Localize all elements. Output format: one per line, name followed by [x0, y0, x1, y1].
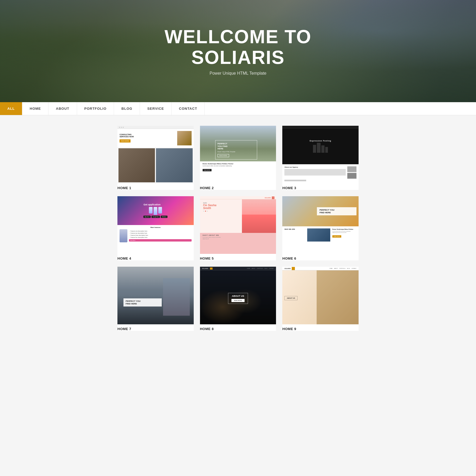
nav-item-blog[interactable]: BLOG [114, 102, 140, 115]
card-home3[interactable]: Expression Feeling Abou [282, 126, 359, 190]
card-home6[interactable]: PERFECT YOUFIND HERE WHO WE ARE Donec Sc… [282, 196, 359, 260]
card-label-home2: HOME 2 [200, 186, 276, 190]
nav-item-all[interactable]: ALL [0, 102, 22, 115]
card-label-home4: HOME 4 [117, 256, 194, 260]
thumb-home5: SOLIARIS ✕ hello I'm SashaSmith [200, 196, 276, 254]
thumb-home4: Get application App Store Google Play Wi… [117, 196, 194, 254]
thumb-home8: SOLIARIS HOME ABOUT PORTFOLIO BLOG CONTA… [200, 267, 276, 324]
thumb-home7: PERFECT YOUFIND HERE [117, 267, 194, 324]
thumb-home3: Expression Feeling Abou [282, 126, 359, 183]
thumb-home2: PERFECTYOU FINDHERE Power Unique HTML Te… [200, 126, 276, 183]
hero-title: WELLCOME TO SOLIARIS [165, 26, 312, 68]
card-label-home8: HOME 8 [200, 327, 276, 331]
card-label-home5: HOME 5 [200, 256, 276, 260]
card-label-home9: HOME 9 [282, 327, 359, 331]
card-home4[interactable]: Get application App Store Google Play Wi… [117, 196, 194, 260]
card-home1[interactable]: CONSULTINGSERVICES NOW READ MORE HOME 1 [117, 126, 194, 190]
card-home7[interactable]: PERFECT YOUFIND HERE HOME 7 [117, 267, 194, 331]
card-home2[interactable]: PERFECTYOU FINDHERE Power Unique HTML Te… [200, 126, 276, 190]
template-grid: CONSULTINGSERVICES NOW READ MORE HOME 1 [117, 126, 359, 331]
thumb-home1: CONSULTINGSERVICES NOW READ MORE [117, 126, 194, 183]
nav-item-portfolio[interactable]: PORTFOLIO [77, 102, 114, 115]
card-home9[interactable]: SOLIARIS HOME ABOUT PORTFOLIO BLOG CONTA… [282, 267, 359, 331]
card-label-home7: HOME 7 [117, 327, 194, 331]
content-area: CONSULTINGSERVICES NOW READ MORE HOME 1 [112, 126, 364, 331]
card-home5[interactable]: SOLIARIS ✕ hello I'm SashaSmith [200, 196, 276, 260]
hero-subtitle: Power Unique HTML Template [210, 71, 267, 76]
nav-item-about[interactable]: ABOUT [48, 102, 77, 115]
hero-section: WELLCOME TO SOLIARIS Power Unique HTML T… [0, 0, 476, 102]
nav-item-home[interactable]: HOME [22, 102, 48, 115]
card-label-home3: HOME 3 [282, 186, 359, 190]
card-label-home6: HOME 6 [282, 256, 359, 260]
nav-item-contact[interactable]: CONTACT [172, 102, 205, 115]
thumb-home6: PERFECT YOUFIND HERE WHO WE ARE Donec Sc… [282, 196, 359, 254]
nav-item-service[interactable]: SERVICE [140, 102, 172, 115]
thumb-home9: SOLIARIS HOME ABOUT PORTFOLIO BLOG CONTA… [282, 267, 359, 324]
filter-nav: ALL HOME ABOUT PORTFOLIO BLOG SERVICE CO… [0, 102, 476, 115]
card-label-home1: HOME 1 [117, 186, 194, 190]
card-home8[interactable]: SOLIARIS HOME ABOUT PORTFOLIO BLOG CONTA… [200, 267, 276, 331]
